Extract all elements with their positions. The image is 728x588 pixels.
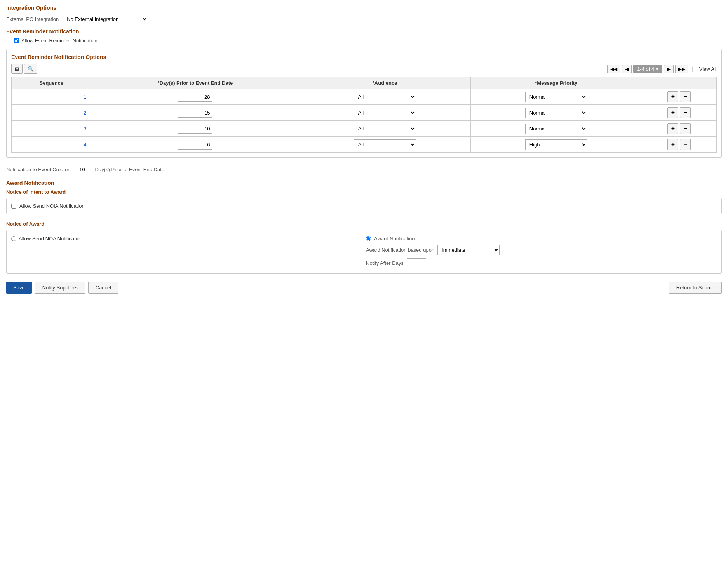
- audience-cell: AllBuyersSuppliers: [299, 121, 470, 137]
- noia-content: Allow Send NOIA Notification: [11, 203, 717, 209]
- last-page-button[interactable]: ▶▶: [675, 65, 688, 73]
- remove-row-button[interactable]: −: [680, 91, 691, 102]
- next-page-button[interactable]: ▶: [664, 65, 674, 73]
- external-po-row: External PO Integration No External Inte…: [6, 14, 722, 24]
- first-page-button[interactable]: ◀◀: [607, 65, 620, 73]
- col-audience: *Audience: [299, 77, 470, 89]
- toolbar-right: ◀◀ ◀ 1-4 of 4 ▾ ▶ ▶▶ | View All: [607, 65, 717, 73]
- notify-suppliers-button[interactable]: Notify Suppliers: [35, 282, 85, 294]
- bottom-bar: Save Notify Suppliers Cancel Return to S…: [6, 282, 722, 294]
- options-title: Event Reminder Notification Options: [11, 54, 717, 60]
- separator: |: [691, 66, 693, 72]
- priority-cell: NormalHighLow: [470, 137, 642, 153]
- external-po-label: External PO Integration: [6, 16, 59, 22]
- event-reminder-options-box: Event Reminder Notification Options ⊞ 🔍 …: [6, 49, 722, 158]
- return-button[interactable]: Return to Search: [669, 282, 722, 294]
- audience-cell: AllBuyersSuppliers: [299, 105, 470, 121]
- action-cell: +−: [642, 89, 716, 105]
- creator-label-pre: Notification to Event Creator: [6, 167, 70, 172]
- external-po-select[interactable]: No External Integration PeopleSoft Other: [63, 14, 148, 24]
- audience-select[interactable]: AllBuyersSuppliers: [354, 139, 416, 150]
- audience-cell: AllBuyersSuppliers: [299, 89, 470, 105]
- allow-noa-label: Allow Send NOA Notification: [19, 236, 82, 242]
- priority-cell: NormalHighLow: [470, 105, 642, 121]
- notify-days-label: Notify After Days: [366, 260, 404, 266]
- cancel-button[interactable]: Cancel: [88, 282, 118, 294]
- view-all-link[interactable]: View All: [699, 66, 717, 72]
- days-input[interactable]: [178, 124, 212, 134]
- allow-reminder-row: Allow Event Reminder Notification: [14, 38, 722, 43]
- bottom-right-buttons: Return to Search: [669, 282, 722, 294]
- priority-select[interactable]: NormalHighLow: [525, 108, 587, 118]
- pagination-text: 1-4 of 4: [637, 66, 654, 72]
- remove-row-button[interactable]: −: [680, 123, 691, 134]
- noia-section: Notice of Intent to Award Allow Send NOI…: [6, 189, 722, 214]
- noa-subtitle: Notice of Award: [6, 221, 722, 227]
- priority-select[interactable]: NormalHighLow: [525, 92, 587, 102]
- noa-right: Award Notification Award Notification ba…: [366, 236, 717, 268]
- noa-section: Notice of Award Allow Send NOA Notificat…: [6, 221, 722, 274]
- days-cell: [91, 137, 299, 153]
- table-row: 2AllBuyersSuppliersNormalHighLow+−: [12, 105, 717, 121]
- seq-cell: 3: [12, 121, 91, 137]
- col-priority: *Message Priority: [470, 77, 642, 89]
- days-input[interactable]: [178, 108, 212, 118]
- based-upon-label: Award Notification based upon: [366, 247, 434, 253]
- award-notification-radio[interactable]: [366, 236, 371, 241]
- days-cell: [91, 121, 299, 137]
- days-cell: [91, 105, 299, 121]
- days-cell: [91, 89, 299, 105]
- add-row-button[interactable]: +: [667, 91, 678, 102]
- audience-cell: AllBuyersSuppliers: [299, 137, 470, 153]
- seq-cell: 2: [12, 105, 91, 121]
- table-row: 4AllBuyersSuppliersNormalHighLow+−: [12, 137, 717, 153]
- award-notification-row: Award Notification: [366, 236, 717, 242]
- audience-select[interactable]: AllBuyersSuppliers: [354, 108, 416, 118]
- remove-row-button[interactable]: −: [680, 107, 691, 118]
- integration-title: Integration Options: [6, 5, 722, 11]
- search-button[interactable]: 🔍: [24, 64, 37, 74]
- priority-cell: NormalHighLow: [470, 121, 642, 137]
- allow-reminder-label: Allow Event Reminder Notification: [21, 38, 98, 43]
- days-input[interactable]: [178, 92, 212, 102]
- allow-reminder-checkbox[interactable]: [14, 38, 19, 43]
- table-toolbar: ⊞ 🔍 ◀◀ ◀ 1-4 of 4 ▾ ▶ ▶▶ | View All: [11, 64, 717, 74]
- action-cell: +−: [642, 105, 716, 121]
- col-sequence: Sequence: [12, 77, 91, 89]
- priority-cell: NormalHighLow: [470, 89, 642, 105]
- bottom-left-buttons: Save Notify Suppliers Cancel: [6, 282, 118, 294]
- audience-select[interactable]: AllBuyersSuppliers: [354, 124, 416, 134]
- notify-days-input[interactable]: [407, 258, 426, 268]
- table-icon: ⊞: [15, 66, 19, 72]
- add-row-button[interactable]: +: [667, 107, 678, 118]
- award-notification-label: Award Notification: [374, 236, 415, 242]
- based-upon-select[interactable]: Immediate After Days: [437, 245, 500, 255]
- reminder-table: Sequence *Day(s) Prior to Event End Date…: [11, 77, 717, 153]
- priority-select[interactable]: NormalHighLow: [525, 139, 587, 150]
- table-row: 1AllBuyersSuppliersNormalHighLow+−: [12, 89, 717, 105]
- creator-days-input[interactable]: [73, 165, 92, 174]
- save-button[interactable]: Save: [6, 282, 32, 294]
- notify-days-row: Notify After Days: [366, 258, 717, 268]
- integration-section: Integration Options External PO Integrat…: [6, 5, 722, 24]
- allow-noa-radio[interactable]: [11, 236, 16, 241]
- priority-select[interactable]: NormalHighLow: [525, 124, 587, 134]
- search-icon: 🔍: [28, 66, 34, 72]
- seq-cell: 4: [12, 137, 91, 153]
- action-cell: +−: [642, 121, 716, 137]
- award-title: Award Notification: [6, 180, 722, 186]
- remove-row-button[interactable]: −: [680, 139, 691, 150]
- col-actions: [642, 77, 716, 89]
- table-icon-button[interactable]: ⊞: [11, 64, 23, 74]
- allow-noia-checkbox[interactable]: [11, 204, 16, 209]
- add-row-button[interactable]: +: [667, 123, 678, 134]
- toolbar-left: ⊞ 🔍: [11, 64, 37, 74]
- add-row-button[interactable]: +: [667, 139, 678, 150]
- days-input[interactable]: [178, 140, 212, 150]
- prev-page-button[interactable]: ◀: [622, 65, 632, 73]
- audience-select[interactable]: AllBuyersSuppliers: [354, 92, 416, 102]
- based-upon-row: Award Notification based upon Immediate …: [366, 245, 717, 255]
- event-reminder-title: Event Reminder Notification: [6, 28, 722, 35]
- col-days: *Day(s) Prior to Event End Date: [91, 77, 299, 89]
- seq-cell: 1: [12, 89, 91, 105]
